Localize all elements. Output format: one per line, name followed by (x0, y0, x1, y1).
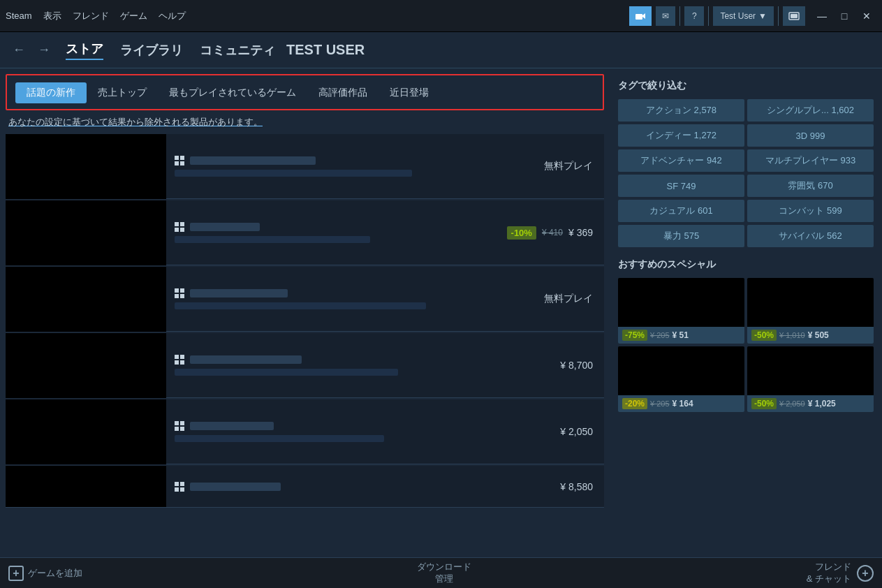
maximize-button[interactable]: □ (835, 6, 854, 26)
tag-multiplayer[interactable]: マルチプレイヤー 933 (747, 149, 874, 172)
tab-upcoming[interactable]: 近日登場 (378, 82, 440, 103)
svg-rect-23 (180, 427, 184, 431)
game-info (166, 399, 560, 464)
title-bar: Steam 表示 フレンド ゲーム ヘルプ ✉ ? Test User ▼ — … (0, 0, 882, 32)
game-title-block (190, 422, 274, 430)
add-game-button[interactable]: + ゲームを追加 (8, 566, 82, 581)
special-card[interactable]: -20% ¥ 205 ¥ 164 (618, 346, 744, 412)
nav-arrows: ← → (8, 41, 54, 59)
final-price: ¥ 369 (568, 227, 593, 238)
title-bar-right: ✉ ? Test User ▼ — □ ✕ (629, 6, 876, 26)
close-button[interactable]: ✕ (857, 6, 876, 26)
download-button[interactable]: ダウンロード 管理 (417, 561, 471, 585)
svg-rect-24 (175, 482, 179, 486)
tag-adventure[interactable]: アドベンチャー 942 (618, 149, 744, 172)
user-menu-button[interactable]: Test User ▼ (713, 6, 774, 26)
sidebar: タグで絞り込む アクション 2,578 シングルプレ... 1,602 インディ… (610, 68, 882, 557)
tab-top-sellers[interactable]: 売上トップ (87, 82, 158, 103)
tab-top-rated[interactable]: 高評価作品 (307, 82, 378, 103)
svg-rect-25 (180, 482, 184, 486)
tag-action[interactable]: アクション 2,578 (618, 99, 744, 122)
svg-rect-20 (175, 421, 179, 425)
nav-library[interactable]: ライブラリ (120, 42, 183, 59)
price-label: ¥ 8,580 (560, 481, 593, 492)
game-title-block (190, 355, 302, 364)
tag-singleplayer[interactable]: シングルプレ... 1,602 (747, 99, 874, 122)
game-row[interactable]: ¥ 8,700 (6, 333, 604, 398)
game-title-block (190, 289, 288, 297)
tag-survival[interactable]: サバイバル 562 (747, 225, 874, 247)
forward-button[interactable]: → (34, 41, 54, 59)
special-price-bar: -20% ¥ 205 ¥ 164 (618, 395, 744, 412)
special-thumbnail (618, 346, 744, 395)
nav-community[interactable]: コミュニティ (200, 42, 275, 59)
game-tags-block (175, 369, 398, 376)
windows-icon (175, 421, 184, 431)
tag-3d[interactable]: 3D 999 (747, 124, 874, 147)
game-row[interactable]: -10% ¥ 410 ¥ 369 (6, 200, 604, 265)
tag-combat[interactable]: コンバット 599 (747, 200, 874, 222)
tag-violence[interactable]: 暴力 575 (618, 225, 744, 247)
tag-sf[interactable]: SF 749 (618, 175, 744, 197)
game-info (166, 134, 544, 199)
tag-atmosphere[interactable]: 雰囲気 670 (747, 175, 874, 197)
notice-link[interactable]: あなたの設定 (8, 117, 63, 127)
tab-new-releases[interactable]: 話題の新作 (15, 82, 87, 103)
content-area: 話題の新作 売上トップ 最もプレイされているゲーム 高評価作品 近日登場 あなた… (0, 68, 882, 557)
minimize-button[interactable]: — (812, 6, 832, 26)
menu-view[interactable]: 表示 (43, 10, 61, 22)
nav-username: TEST USER (286, 42, 365, 58)
help-button[interactable]: ? (684, 6, 704, 26)
game-row[interactable]: ¥ 8,580 (6, 466, 604, 508)
game-thumbnail (6, 333, 166, 398)
screenshot-button[interactable] (783, 6, 805, 26)
game-row[interactable]: 無料プレイ (6, 134, 604, 199)
special-card[interactable]: -50% ¥ 1,010 ¥ 505 (747, 278, 874, 344)
game-title-block (190, 223, 260, 231)
main-panel: 話題の新作 売上トップ 最もプレイされているゲーム 高評価作品 近日登場 あなた… (0, 68, 610, 557)
menu-game[interactable]: ゲーム (120, 10, 147, 22)
special-final: ¥ 1,025 (808, 399, 836, 409)
tag-casual[interactable]: カジュアル 601 (618, 200, 744, 222)
special-original: ¥ 2,050 (779, 399, 805, 408)
svg-rect-22 (175, 427, 179, 431)
download-line1: ダウンロード (417, 561, 471, 572)
svg-rect-5 (180, 156, 184, 160)
specials-grid: -75% ¥ 205 ¥ 51 -50% ¥ 1,010 ¥ 505 -20% … (618, 278, 874, 412)
game-info (166, 267, 544, 332)
back-button[interactable]: ← (8, 41, 29, 59)
tag-grid: アクション 2,578 シングルプレ... 1,602 インディー 1,272 … (618, 99, 874, 247)
game-thumbnail (6, 200, 166, 265)
svg-rect-17 (180, 355, 184, 359)
menu-friends[interactable]: フレンド (73, 10, 109, 22)
special-original: ¥ 1,010 (779, 331, 805, 339)
tag-indie[interactable]: インディー 1,272 (618, 124, 744, 147)
svg-rect-9 (180, 222, 184, 226)
window-controls: — □ ✕ (812, 6, 876, 26)
tab-most-played[interactable]: 最もプレイされているゲーム (158, 82, 307, 103)
special-card[interactable]: -50% ¥ 2,050 ¥ 1,025 (747, 346, 874, 412)
menu-help[interactable]: ヘルプ (159, 10, 186, 22)
special-price-bar: -75% ¥ 205 ¥ 51 (618, 327, 744, 344)
menu-steam[interactable]: Steam (6, 10, 32, 21)
tab-bar: 話題の新作 売上トップ 最もプレイされているゲーム 高評価作品 近日登場 (6, 74, 604, 110)
game-info (166, 466, 560, 508)
game-row[interactable]: ¥ 2,050 (6, 399, 604, 464)
mail-button[interactable]: ✉ (656, 6, 675, 26)
svg-rect-18 (175, 360, 179, 365)
special-card[interactable]: -75% ¥ 205 ¥ 51 (618, 278, 744, 344)
friends-button[interactable]: フレンド & チャット (807, 561, 851, 585)
special-discount: -75% (622, 330, 647, 341)
separator (679, 6, 680, 26)
windows-icon (175, 222, 184, 232)
game-price: 無料プレイ (544, 293, 604, 305)
price-row: -10% ¥ 410 ¥ 369 (507, 226, 593, 240)
notice-bar: あなたの設定に基づいて結果から除外される製品があります。 (0, 110, 610, 134)
friends-line1: フレンド (815, 561, 851, 572)
camera-button[interactable] (629, 6, 652, 26)
add-friends-button[interactable]: + (857, 565, 874, 582)
nav-store[interactable]: ストア (66, 41, 103, 60)
svg-rect-7 (180, 161, 184, 166)
game-row[interactable]: 無料プレイ (6, 267, 604, 332)
svg-rect-8 (175, 222, 179, 226)
